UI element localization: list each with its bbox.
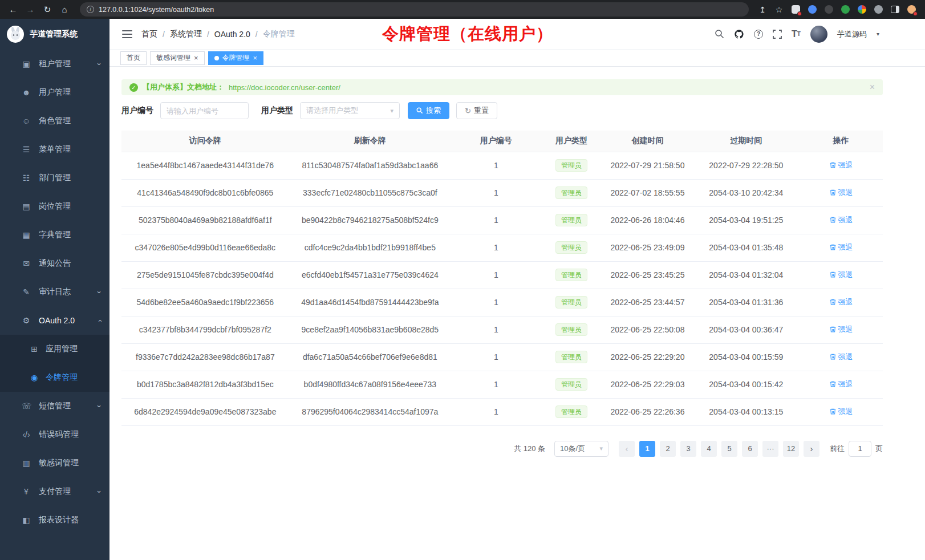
sidebar-item-post[interactable]: ▤岗位管理 (0, 192, 109, 221)
github-icon[interactable] (734, 29, 744, 39)
fullscreen-icon[interactable] (773, 30, 782, 39)
user-caret-down-icon[interactable]: ▾ (877, 31, 879, 37)
reload-icon[interactable]: ↻ (40, 2, 55, 17)
page-button-12[interactable]: 12 (783, 441, 799, 457)
page-ellipsis[interactable]: ··· (762, 441, 778, 457)
expire-time-cell: 2054-03-04 01:32:04 (693, 261, 800, 289)
tab-home[interactable]: 首页 (120, 51, 147, 65)
sidebar-item-dept[interactable]: ☷部门管理 (0, 164, 109, 192)
breadcrumb-item[interactable]: 系统管理 (170, 29, 202, 39)
user-type-badge: 管理员 (555, 186, 587, 199)
breadcrumb-item[interactable]: OAuth 2.0 (214, 30, 250, 39)
force-logout-button[interactable]: 强退 (829, 160, 853, 171)
url-bar[interactable]: i 127.0.0.1:1024/system/oauth2/token (80, 2, 749, 17)
site-info-icon[interactable]: i (87, 6, 94, 13)
extension-glyph (841, 5, 850, 14)
sidebar-item-report-designer[interactable]: ◧报表设计器 (0, 506, 109, 534)
page-size-select[interactable]: 10条/页 ▾ (554, 441, 608, 457)
extensions-puzzle-icon[interactable] (873, 4, 884, 15)
next-page-button[interactable]: › (804, 441, 819, 457)
user-icon: ☻ (22, 88, 31, 97)
help-icon[interactable]: ? (754, 30, 763, 39)
sidebar-item-menu[interactable]: ☰菜单管理 (0, 135, 109, 164)
goto-page-input[interactable] (849, 441, 871, 457)
sidebar-item-user[interactable]: ☻用户管理 (0, 78, 109, 107)
side-panel-icon[interactable] (889, 4, 900, 15)
sidebar-item-oauth-token[interactable]: ◉令牌管理 (0, 363, 109, 392)
sidebar-item-tenant[interactable]: ▣租户管理› (0, 50, 109, 78)
sidebar-item-sms[interactable]: ☏短信管理› (0, 392, 109, 420)
user-type-badge: 管理员 (555, 323, 587, 336)
force-logout-button[interactable]: 强退 (829, 352, 853, 362)
password-manager-icon[interactable] (790, 4, 801, 15)
forward-icon[interactable]: → (23, 2, 38, 17)
force-logout-button[interactable]: 强退 (829, 215, 853, 225)
extension-dark-icon[interactable] (823, 4, 834, 15)
tab-close-icon[interactable]: × (253, 54, 258, 62)
tab-token[interactable]: 令牌管理× (208, 51, 264, 65)
app-logo[interactable]: 芋道管理系统 (0, 19, 109, 50)
search-icon[interactable] (715, 29, 724, 39)
profile-avatar-icon[interactable] (906, 4, 917, 15)
tab-close-icon[interactable]: × (194, 54, 198, 62)
home-icon[interactable]: ⌂ (57, 2, 72, 17)
force-logout-button[interactable]: 强退 (829, 407, 853, 417)
page-button-1[interactable]: 1 (639, 441, 655, 457)
extension-green-icon[interactable] (839, 4, 851, 15)
active-tab-dot-icon (214, 56, 219, 60)
page-annotation: 令牌管理（在线用户） (382, 23, 553, 46)
force-logout-button[interactable]: 强退 (829, 242, 853, 253)
create-time-cell: 2022-06-26 18:04:46 (602, 206, 693, 234)
sidebar-item-audit-log[interactable]: ✎审计日志› (0, 278, 109, 306)
back-icon[interactable]: ← (6, 2, 21, 17)
page-header: 首页/系统管理/OAuth 2.0/令牌管理 令牌管理（在线用户） ? TT 芋… (109, 19, 925, 50)
extension-blue-icon[interactable] (806, 4, 818, 15)
user-id-cell: 1 (451, 371, 541, 398)
extension-color-icon[interactable] (856, 4, 867, 15)
sidebar-item-error-code[interactable]: ‹/›错误码管理 (0, 420, 109, 449)
page-button-5[interactable]: 5 (721, 441, 737, 457)
sidebar-item-oauth[interactable]: ⚙OAuth 2.0› (0, 306, 109, 335)
sidebar-item-payment[interactable]: ¥支付管理› (0, 477, 109, 506)
bookmark-star-icon[interactable]: ☆ (773, 4, 785, 15)
sidebar-item-dict[interactable]: ▦字典管理 (0, 221, 109, 249)
sidebar-item-role[interactable]: ☺角色管理 (0, 107, 109, 135)
force-logout-button[interactable]: 强退 (829, 270, 853, 280)
user-avatar[interactable] (810, 26, 827, 43)
force-logout-button[interactable]: 强退 (829, 297, 853, 307)
doc-link[interactable]: https://doc.iocoder.cn/user-center/ (229, 83, 340, 92)
expire-time-cell: 2054-03-04 00:15:42 (693, 371, 800, 398)
trash-icon (829, 353, 837, 360)
reset-button[interactable]: ↻ 重置 (456, 102, 497, 119)
font-size-icon[interactable]: TT (792, 29, 801, 39)
tab-sensitive-word[interactable]: 敏感词管理× (150, 51, 205, 65)
hamburger-icon[interactable] (119, 26, 136, 43)
dept-icon: ☷ (22, 173, 31, 182)
username[interactable]: 芋道源码 (837, 29, 867, 39)
alert-close-icon[interactable]: × (870, 82, 875, 92)
user-id-input[interactable] (160, 102, 249, 119)
page-button-2[interactable]: 2 (660, 441, 676, 457)
user-type-select[interactable]: 请选择用户类型 ▾ (300, 102, 400, 119)
share-icon[interactable]: ↥ (757, 4, 768, 15)
force-logout-button[interactable]: 强退 (829, 324, 853, 335)
breadcrumb-item[interactable]: 令牌管理 (263, 29, 295, 39)
force-logout-button[interactable]: 强退 (829, 379, 853, 389)
search-button[interactable]: 搜索 (408, 102, 449, 119)
action-cell: 强退 (799, 206, 883, 234)
page-button-3[interactable]: 3 (680, 441, 696, 457)
column-header: 访问令牌 (121, 131, 289, 152)
page-button-6[interactable]: 6 (742, 441, 758, 457)
table-row: 54d6be82ee5a460a9aedc1f9bf22365649d1aa46… (121, 289, 883, 316)
breadcrumb-separator: / (163, 30, 165, 39)
page-button-4[interactable]: 4 (701, 441, 717, 457)
breadcrumb-item[interactable]: 首页 (141, 29, 157, 39)
sidebar-item-oauth-app[interactable]: ⊞应用管理 (0, 335, 109, 363)
extension-glyph (858, 5, 866, 14)
force-logout-button[interactable]: 强退 (829, 188, 853, 198)
sidebar-item-notice[interactable]: ✉通知公告 (0, 249, 109, 278)
sidebar-item-sensitive-word[interactable]: ▥敏感词管理 (0, 449, 109, 477)
prev-page-button[interactable]: ‹ (619, 441, 635, 457)
refresh-token-cell: 333ecfc71e02480cb11055c875c3ca0f (289, 179, 451, 206)
sidebar-item-label: 令牌管理 (46, 372, 100, 383)
